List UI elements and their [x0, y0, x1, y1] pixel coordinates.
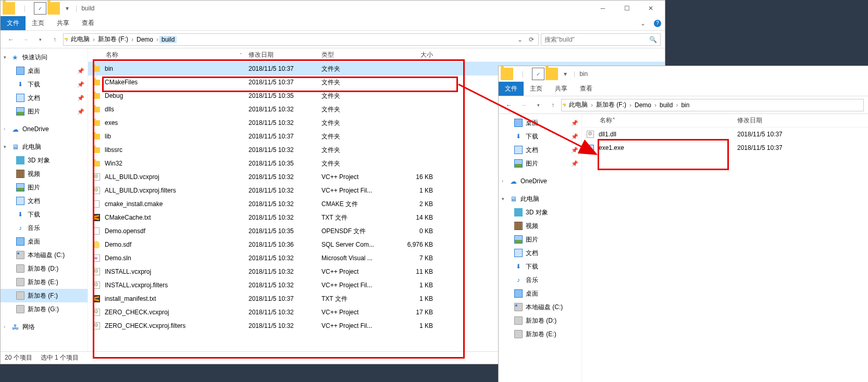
nav-item[interactable]: 新加卷 (F:)	[1, 289, 88, 302]
recent-dropdown-icon[interactable]: ▾	[34, 33, 46, 46]
nav-item-icon	[16, 251, 24, 259]
nav-item[interactable]: 新加卷 (E:)	[499, 327, 581, 341]
breadcrumb-seg-current[interactable]: bin	[679, 101, 691, 109]
breadcrumb-seg[interactable]: Demo	[134, 36, 155, 43]
nav-item[interactable]: 图片📌	[499, 157, 581, 170]
search-input[interactable]	[544, 36, 649, 43]
qat-check-icon[interactable]: ✓	[34, 2, 46, 15]
nav-item[interactable]: ♪音乐	[499, 273, 581, 287]
address-dropdown-icon[interactable]: ⌄	[514, 36, 526, 43]
nav-item[interactable]: 新加卷 (D:)	[1, 262, 88, 275]
chevron-right-icon[interactable]: ›	[563, 101, 567, 109]
nav-item[interactable]: 文档📌	[1, 91, 88, 105]
nav-item[interactable]: ⬇下载	[1, 208, 88, 221]
breadcrumb-seg-current[interactable]: build	[159, 36, 177, 43]
chevron-right-icon[interactable]: ›	[155, 36, 159, 43]
breadcrumb-seg[interactable]: build	[658, 101, 675, 109]
column-size[interactable]: 大小	[395, 50, 442, 59]
nav-item[interactable]: 视频	[1, 167, 88, 181]
nav-item[interactable]: 新加卷 (E:)	[1, 275, 88, 289]
tab-file[interactable]: 文件	[499, 82, 524, 96]
up-button[interactable]: ↑	[48, 33, 61, 46]
chevron-right-icon[interactable]: ›	[628, 101, 633, 109]
tab-view[interactable]: 查看	[76, 16, 101, 30]
maximize-button[interactable]: ☐	[615, 1, 639, 16]
nav-quick-access[interactable]: ▾★快速访问	[1, 50, 88, 64]
nav-item[interactable]: 3D 对象	[499, 206, 581, 219]
recent-dropdown-icon[interactable]: ▾	[532, 99, 544, 111]
nav-item[interactable]: ⬇下载	[499, 260, 581, 273]
tab-home[interactable]: 主页	[26, 16, 51, 30]
nav-item[interactable]: 视频	[499, 219, 581, 233]
forward-button[interactable]: →	[517, 99, 530, 111]
help-icon[interactable]: ?	[650, 16, 665, 30]
ribbon-expand-icon[interactable]: ⌄	[636, 16, 650, 30]
breadcrumb-seg[interactable]: 新加卷 (F:)	[96, 35, 130, 44]
back-button[interactable]: ←	[503, 99, 515, 111]
back-button[interactable]: ←	[5, 33, 17, 46]
qat-dropdown-icon[interactable]: ▾	[559, 68, 572, 80]
chevron-right-icon[interactable]: ›	[590, 101, 594, 109]
chevron-right-icon[interactable]: ›	[653, 101, 658, 109]
minimize-button[interactable]: ─	[591, 1, 615, 16]
column-name[interactable]: 名称˄	[88, 50, 244, 59]
nav-item[interactable]: ⬇下载📌	[499, 130, 581, 143]
breadcrumb-seg[interactable]: Demo	[633, 101, 653, 109]
nav-item[interactable]: 新加卷 (D:)	[499, 314, 581, 327]
address-bar[interactable]: › 此电脑 › 新加卷 (F:) › Demo › build › bin	[561, 99, 864, 111]
nav-item[interactable]: ⬇下载📌	[1, 78, 88, 91]
search-box[interactable]: 🔍	[541, 33, 661, 46]
nav-item[interactable]: 3D 对象	[1, 154, 88, 167]
column-type[interactable]: 类型	[317, 50, 395, 59]
file-icon	[92, 173, 101, 181]
tab-view[interactable]: 查看	[574, 82, 599, 96]
file-name: install_manifest.txt	[105, 295, 156, 302]
column-name[interactable]: 名称˄	[582, 116, 733, 125]
chevron-right-icon[interactable]: ›	[130, 36, 134, 43]
nav-item[interactable]: 本地磁盘 (C:)	[499, 300, 581, 314]
column-date[interactable]: 修改日期	[733, 116, 816, 125]
tab-home[interactable]: 主页	[524, 82, 549, 96]
tab-share[interactable]: 共享	[549, 82, 574, 96]
tab-file[interactable]: 文件	[1, 16, 26, 30]
file-row[interactable]: dll1.dll2018/11/5 10:37	[582, 128, 868, 141]
breadcrumb-seg[interactable]: 此电脑	[567, 100, 590, 109]
close-button[interactable]: ✕	[639, 1, 663, 16]
nav-item[interactable]: 新加卷 (G:)	[1, 302, 88, 316]
breadcrumb-seg[interactable]: 此电脑	[69, 35, 92, 44]
nav-item[interactable]: 图片📌	[1, 105, 88, 118]
chevron-right-icon[interactable]: ›	[65, 36, 69, 43]
nav-this-pc[interactable]: ▾🖥此电脑	[1, 140, 88, 154]
chevron-right-icon[interactable]: ›	[92, 36, 96, 43]
nav-item[interactable]: 文档	[499, 246, 581, 260]
nav-item[interactable]: 图片	[1, 181, 88, 194]
nav-this-pc[interactable]: ▾🖥此电脑	[499, 192, 581, 206]
up-button[interactable]: ↑	[547, 99, 559, 111]
nav-item[interactable]: 文档	[1, 194, 88, 208]
file-name: ALL_BUILD.vcxproj.filters	[105, 187, 176, 194]
nav-item[interactable]: 桌面📌	[1, 64, 88, 78]
tab-share[interactable]: 共享	[51, 16, 76, 30]
search-icon[interactable]: 🔍	[649, 36, 657, 43]
nav-item[interactable]: 图片	[499, 233, 581, 246]
column-date[interactable]: 修改日期	[244, 50, 317, 59]
nav-item-label: 新加卷 (E:)	[526, 330, 556, 339]
qat-check-icon[interactable]: ✓	[532, 68, 544, 80]
nav-onedrive[interactable]: ›☁OneDrive	[499, 174, 581, 188]
address-bar[interactable]: › 此电脑 › 新加卷 (F:) › Demo › build ⌄ ⟳	[63, 33, 539, 46]
breadcrumb-seg[interactable]: 新加卷 (F:)	[594, 100, 628, 109]
qat-dropdown-icon[interactable]: ▾	[61, 2, 73, 15]
forward-button[interactable]: →	[19, 33, 32, 46]
nav-item[interactable]: 桌面📌	[499, 116, 581, 130]
nav-network[interactable]: ›🖧网络	[1, 320, 88, 334]
nav-item[interactable]: 桌面	[499, 287, 581, 300]
nav-onedrive[interactable]: ›☁OneDrive	[1, 122, 88, 136]
refresh-icon[interactable]: ⟳	[526, 36, 537, 43]
nav-item[interactable]: 文档📌	[499, 143, 581, 157]
nav-item-icon	[16, 183, 24, 192]
nav-item[interactable]: 本地磁盘 (C:)	[1, 248, 88, 262]
file-row[interactable]: exe1.exe2018/11/5 10:37	[582, 141, 868, 155]
nav-item[interactable]: 桌面	[1, 235, 88, 248]
nav-item[interactable]: ♪音乐	[1, 221, 88, 235]
chevron-right-icon[interactable]: ›	[675, 101, 679, 109]
